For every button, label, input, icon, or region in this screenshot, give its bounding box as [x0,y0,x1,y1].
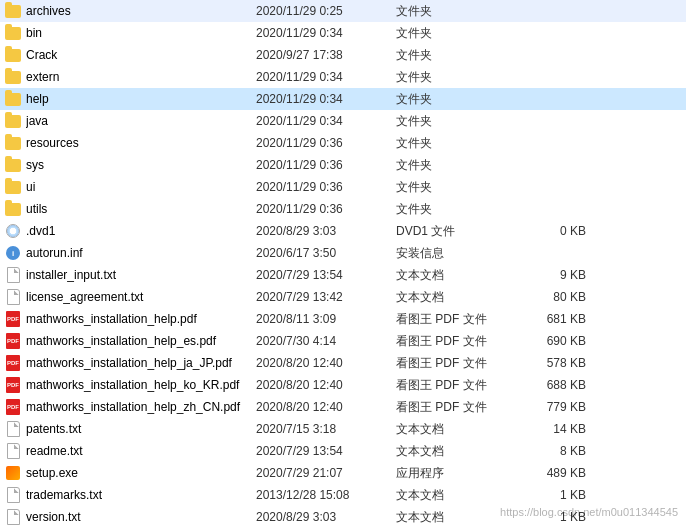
file-type: 文本文档 [396,443,516,460]
file-icon [7,421,20,437]
file-list: archives2020/11/29 0:25文件夹bin2020/11/29 … [0,0,686,526]
folder-icon [5,181,21,194]
folder-icon [5,71,21,84]
file-size: 1 KB [516,488,586,502]
file-size: 779 KB [516,400,586,414]
file-date: 2020/11/29 0:36 [256,180,396,194]
folder-icon [5,49,21,62]
list-item[interactable]: .dvd12020/8/29 3:03DVD1 文件0 KB [0,220,686,242]
folder-icon [5,115,21,128]
file-name: mathworks_installation_help_ja_JP.pdf [26,356,256,370]
file-size: 681 KB [516,312,586,326]
list-item[interactable]: PDFmathworks_installation_help_ja_JP.pdf… [0,352,686,374]
file-name: readme.txt [26,444,256,458]
list-item[interactable]: trademarks.txt2013/12/28 15:08文本文档1 KB [0,484,686,506]
list-item[interactable]: resources2020/11/29 0:36文件夹 [0,132,686,154]
file-type: 看图王 PDF 文件 [396,355,516,372]
file-name: bin [26,26,256,40]
file-type: DVD1 文件 [396,223,516,240]
file-type: 看图王 PDF 文件 [396,377,516,394]
file-name: license_agreement.txt [26,290,256,304]
list-item[interactable]: patents.txt2020/7/15 3:18文本文档14 KB [0,418,686,440]
file-type: 看图王 PDF 文件 [396,311,516,328]
file-icon [7,289,20,305]
list-item[interactable]: bin2020/11/29 0:34文件夹 [0,22,686,44]
file-date: 2020/11/29 0:36 [256,158,396,172]
autorun-icon: i [6,246,20,260]
list-item[interactable]: PDFmathworks_installation_help_zh_CN.pdf… [0,396,686,418]
file-size: 578 KB [516,356,586,370]
file-type: 文件夹 [396,135,516,152]
file-icon [7,487,20,503]
file-date: 2020/7/29 13:54 [256,444,396,458]
file-size: 690 KB [516,334,586,348]
file-type: 文本文档 [396,421,516,438]
file-date: 2020/11/29 0:34 [256,114,396,128]
list-item[interactable]: PDFmathworks_installation_help_ko_KR.pdf… [0,374,686,396]
file-type: 看图王 PDF 文件 [396,399,516,416]
list-item[interactable]: utils2020/11/29 0:36文件夹 [0,198,686,220]
file-type: 文件夹 [396,25,516,42]
file-name: sys [26,158,256,172]
file-size: 9 KB [516,268,586,282]
list-item[interactable]: sys2020/11/29 0:36文件夹 [0,154,686,176]
file-name: patents.txt [26,422,256,436]
file-date: 2020/7/29 13:54 [256,268,396,282]
file-date: 2020/6/17 3:50 [256,246,396,260]
file-size: 0 KB [516,224,586,238]
file-date: 2020/8/29 3:03 [256,224,396,238]
list-item[interactable]: installer_input.txt2020/7/29 13:54文本文档9 … [0,264,686,286]
file-date: 2020/8/11 3:09 [256,312,396,326]
file-date: 2020/9/27 17:38 [256,48,396,62]
folder-icon [5,27,21,40]
file-icon [7,509,20,525]
list-item[interactable]: license_agreement.txt2020/7/29 13:42文本文档… [0,286,686,308]
list-item[interactable]: archives2020/11/29 0:25文件夹 [0,0,686,22]
file-name: .dvd1 [26,224,256,238]
file-type: 文件夹 [396,91,516,108]
file-name: mathworks_installation_help_zh_CN.pdf [26,400,256,414]
file-date: 2020/11/29 0:25 [256,4,396,18]
file-type: 看图王 PDF 文件 [396,333,516,350]
file-size: 489 KB [516,466,586,480]
file-date: 2020/7/29 21:07 [256,466,396,480]
file-type: 安装信息 [396,245,516,262]
pdf-icon: PDF [6,377,20,393]
watermark: https://blog.csdn.net/m0u011344545 [500,506,678,518]
file-name: utils [26,202,256,216]
file-date: 2020/11/29 0:36 [256,136,396,150]
folder-icon [5,203,21,216]
list-item[interactable]: setup.exe2020/7/29 21:07应用程序489 KB [0,462,686,484]
file-type: 文件夹 [396,157,516,174]
file-date: 2020/11/29 0:34 [256,26,396,40]
list-item[interactable]: PDFmathworks_installation_help_es.pdf202… [0,330,686,352]
folder-icon [5,159,21,172]
file-name: autorun.inf [26,246,256,260]
file-name: trademarks.txt [26,488,256,502]
list-item[interactable]: ui2020/11/29 0:36文件夹 [0,176,686,198]
list-item[interactable]: readme.txt2020/7/29 13:54文本文档8 KB [0,440,686,462]
file-date: 2020/8/29 3:03 [256,510,396,524]
folder-icon [5,5,21,18]
pdf-icon: PDF [6,399,20,415]
file-type: 文本文档 [396,289,516,306]
file-date: 2013/12/28 15:08 [256,488,396,502]
list-item[interactable]: java2020/11/29 0:34文件夹 [0,110,686,132]
file-type: 文件夹 [396,3,516,20]
list-item[interactable]: Crack2020/9/27 17:38文件夹 [0,44,686,66]
file-date: 2020/11/29 0:34 [256,70,396,84]
file-name: installer_input.txt [26,268,256,282]
file-name: help [26,92,256,106]
list-item[interactable]: help2020/11/29 0:34文件夹 [0,88,686,110]
file-name: mathworks_installation_help_es.pdf [26,334,256,348]
exe-icon [6,466,20,480]
file-type: 文件夹 [396,113,516,130]
file-name: version.txt [26,510,256,524]
file-icon [7,267,20,283]
list-item[interactable]: PDFmathworks_installation_help.pdf2020/8… [0,308,686,330]
list-item[interactable]: extern2020/11/29 0:34文件夹 [0,66,686,88]
file-date: 2020/8/20 12:40 [256,378,396,392]
list-item[interactable]: iautorun.inf2020/6/17 3:50安装信息 [0,242,686,264]
folder-icon [5,93,21,106]
file-name: mathworks_installation_help.pdf [26,312,256,326]
